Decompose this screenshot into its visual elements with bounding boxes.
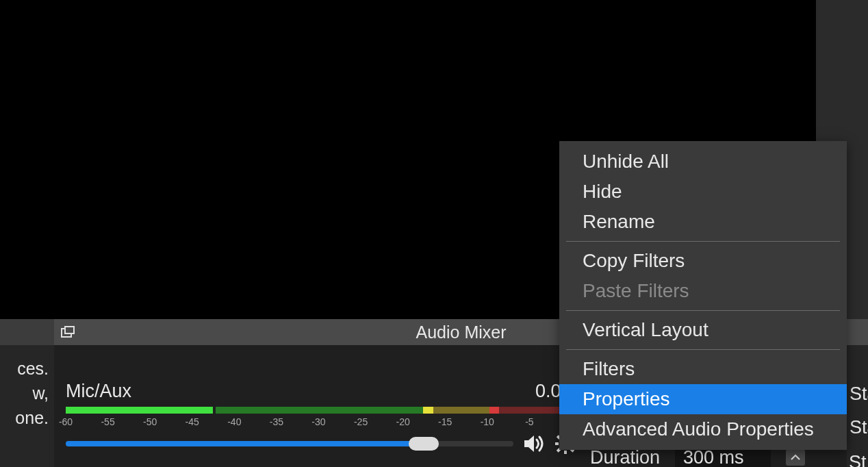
meter-tick: -30	[318, 416, 319, 425]
menu-item-hide[interactable]: Hide	[559, 177, 847, 207]
menu-separator	[566, 241, 840, 242]
meter-tick: -5	[529, 416, 530, 425]
meter-ticks: -60-55-50-45-40-35-30-25-20-15-10-50	[66, 416, 572, 425]
context-menu: Unhide AllHideRenameCopy FiltersPaste Fi…	[559, 141, 847, 450]
meter-tick: -10	[487, 416, 488, 425]
menu-item-unhide-all[interactable]: Unhide All	[559, 147, 847, 177]
spinner-up-icon[interactable]	[786, 449, 805, 466]
meter-bar	[66, 407, 572, 414]
duration-row: Duration 300 ms	[590, 448, 868, 467]
meter-tick: -45	[192, 416, 193, 425]
meter-tick: -25	[361, 416, 361, 425]
meter-tick: -15	[445, 416, 446, 425]
speaker-icon[interactable]	[522, 433, 546, 455]
right-button-stub-1[interactable]: Sta	[847, 383, 868, 405]
menu-item-vertical-layout[interactable]: Vertical Layout	[559, 315, 847, 345]
left-dock-text: ces. w, one.	[0, 345, 54, 430]
left-dock-panel: ces. w, one.	[0, 319, 54, 467]
menu-item-paste-filters: Paste Filters	[559, 276, 847, 306]
svg-rect-4	[555, 442, 559, 445]
menu-item-advanced-audio-properties[interactable]: Advanced Audio Properties	[559, 414, 847, 444]
menu-item-rename[interactable]: Rename	[559, 207, 847, 237]
meter-tick: -20	[403, 416, 404, 425]
svg-rect-3	[564, 451, 567, 454]
menu-item-properties[interactable]: Properties	[559, 384, 847, 414]
menu-separator	[566, 349, 840, 350]
meter-tick: -40	[234, 416, 235, 425]
menu-item-copy-filters[interactable]: Copy Filters	[559, 246, 847, 276]
volume-thumb[interactable]	[409, 437, 439, 451]
meter-tick: -35	[277, 416, 277, 425]
left-dock-header[interactable]	[0, 319, 54, 345]
meter-tick: -60	[66, 416, 66, 425]
audio-meter: -60-55-50-45-40-35-30-25-20-15-10-50	[66, 407, 572, 425]
right-button-stub-2[interactable]: Sta	[847, 417, 868, 438]
volume-row	[66, 431, 576, 456]
channel-name: Mic/Aux	[66, 381, 576, 402]
meter-tick: -55	[108, 416, 109, 425]
menu-separator	[566, 310, 840, 311]
right-button-stub-3[interactable]: St	[849, 452, 867, 467]
left-dock-line2: w,	[0, 381, 49, 405]
menu-item-filters[interactable]: Filters	[559, 354, 847, 384]
left-dock-line1: ces.	[0, 356, 49, 381]
left-dock-line3: one.	[0, 405, 49, 430]
volume-slider[interactable]	[66, 441, 513, 446]
meter-tick: -50	[150, 416, 151, 425]
volume-fill	[66, 441, 424, 446]
